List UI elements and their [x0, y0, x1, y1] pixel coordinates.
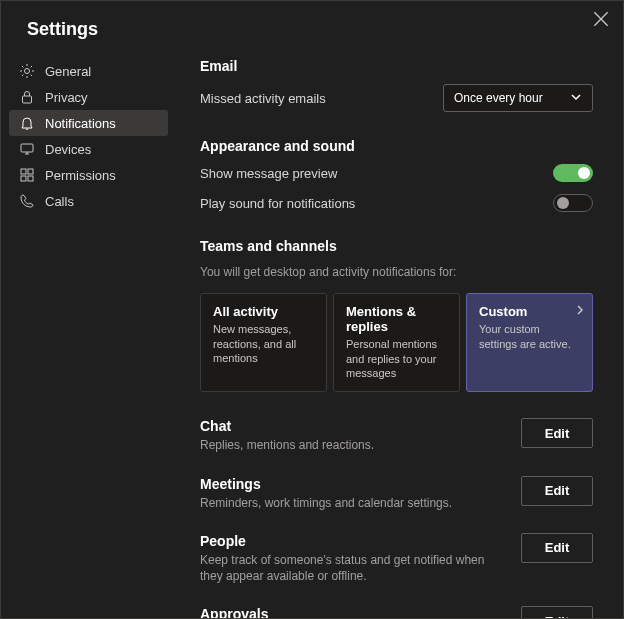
svg-rect-3: [21, 169, 26, 174]
svg-rect-5: [21, 176, 26, 181]
card-custom[interactable]: Custom Your custom settings are active.: [466, 293, 593, 393]
page-title: Settings: [1, 1, 623, 58]
list-item-people: People Keep track of someone's status an…: [200, 533, 593, 584]
lock-icon: [19, 89, 35, 105]
list-title: People: [200, 533, 500, 549]
phone-icon: [19, 193, 35, 209]
sidebar-item-label: Notifications: [45, 116, 116, 131]
chevron-down-icon: [570, 91, 582, 106]
close-button[interactable]: [593, 13, 609, 29]
section-email: Email Missed activity emails Once every …: [200, 58, 593, 112]
list-item-approvals: Approvals Send, receive, manage, and sha…: [200, 606, 593, 618]
edit-button-meetings[interactable]: Edit: [521, 476, 593, 506]
svg-rect-4: [28, 169, 33, 174]
list-desc: Reminders, work timings and calendar set…: [200, 495, 500, 511]
sidebar-item-calls[interactable]: Calls: [9, 188, 168, 214]
list-item-meetings: Meetings Reminders, work timings and cal…: [200, 476, 593, 511]
list-title: Chat: [200, 418, 500, 434]
section-appearance: Appearance and sound Show message previe…: [200, 138, 593, 212]
card-desc: Your custom settings are active.: [479, 322, 580, 352]
card-all-activity[interactable]: All activity New messages, reactions, an…: [200, 293, 327, 393]
svg-rect-2: [21, 144, 33, 152]
sidebar-item-devices[interactable]: Devices: [9, 136, 168, 162]
section-teams: Teams and channels You will get desktop …: [200, 238, 593, 392]
card-mentions-replies[interactable]: Mentions & replies Personal mentions and…: [333, 293, 460, 393]
device-icon: [19, 141, 35, 157]
teams-helper: You will get desktop and activity notifi…: [200, 264, 593, 281]
sound-label: Play sound for notifications: [200, 196, 355, 211]
toggle-knob: [578, 167, 590, 179]
preview-label: Show message preview: [200, 166, 337, 181]
preview-toggle[interactable]: [553, 164, 593, 182]
card-desc: New messages, reactions, and all mention…: [213, 322, 314, 367]
list-desc: Keep track of someone's status and get n…: [200, 552, 500, 584]
missed-emails-select[interactable]: Once every hour: [443, 84, 593, 112]
edit-button-approvals[interactable]: Edit: [521, 606, 593, 618]
select-value: Once every hour: [454, 91, 543, 105]
card-title: Mentions & replies: [346, 304, 447, 334]
card-desc: Personal mentions and replies to your me…: [346, 337, 447, 382]
sidebar-item-label: Privacy: [45, 90, 88, 105]
list-title: Approvals: [200, 606, 500, 618]
svg-point-0: [25, 69, 30, 74]
sidebar-item-label: Permissions: [45, 168, 116, 183]
main-content: Email Missed activity emails Once every …: [176, 58, 623, 618]
sidebar-item-label: Calls: [45, 194, 74, 209]
sidebar-item-label: General: [45, 64, 91, 79]
email-heading: Email: [200, 58, 593, 74]
section-list: Chat Replies, mentions and reactions. Ed…: [200, 418, 593, 618]
edit-button-chat[interactable]: Edit: [521, 418, 593, 448]
sound-toggle[interactable]: [553, 194, 593, 212]
list-item-chat: Chat Replies, mentions and reactions. Ed…: [200, 418, 593, 453]
edit-button-people[interactable]: Edit: [521, 533, 593, 563]
toggle-knob: [557, 197, 569, 209]
sidebar: General Privacy Notifications Devices: [1, 58, 176, 618]
close-icon: [593, 11, 609, 31]
sidebar-item-label: Devices: [45, 142, 91, 157]
list-title: Meetings: [200, 476, 500, 492]
list-desc: Replies, mentions and reactions.: [200, 437, 500, 453]
settings-window: Settings General Privacy Notifications: [0, 0, 624, 619]
svg-rect-1: [23, 96, 32, 103]
chevron-right-icon: [576, 302, 584, 320]
card-title: Custom: [479, 304, 580, 319]
appearance-heading: Appearance and sound: [200, 138, 593, 154]
sidebar-item-general[interactable]: General: [9, 58, 168, 84]
gear-icon: [19, 63, 35, 79]
sidebar-item-privacy[interactable]: Privacy: [9, 84, 168, 110]
teams-heading: Teams and channels: [200, 238, 593, 254]
card-title: All activity: [213, 304, 314, 319]
svg-rect-6: [28, 176, 33, 181]
sidebar-item-notifications[interactable]: Notifications: [9, 110, 168, 136]
grid-icon: [19, 167, 35, 183]
bell-icon: [19, 115, 35, 131]
missed-emails-label: Missed activity emails: [200, 91, 326, 106]
sidebar-item-permissions[interactable]: Permissions: [9, 162, 168, 188]
